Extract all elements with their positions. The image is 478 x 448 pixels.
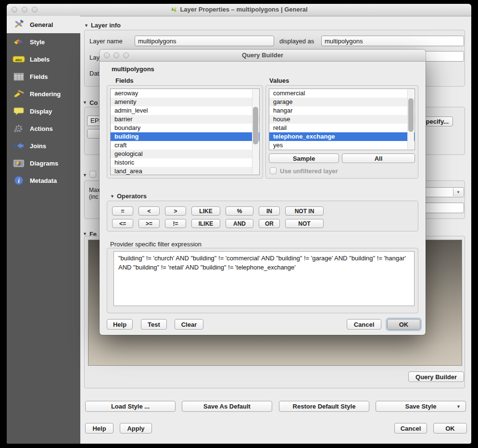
table-icon — [12, 71, 26, 82]
save-as-default-button[interactable]: Save As Default — [182, 401, 272, 412]
operator-button-!=[interactable]: != — [165, 219, 186, 228]
sidebar-item-label: Metadata — [30, 177, 57, 184]
paintbrush-icon — [12, 36, 26, 48]
brush-icon — [12, 88, 26, 100]
operators-row-1: =<>LIKE%INNOT IN — [112, 206, 324, 216]
values-label: Values — [269, 77, 289, 84]
cancel-button[interactable]: Cancel — [347, 319, 381, 330]
operator-button-in[interactable]: IN — [259, 206, 280, 216]
scale-visibility-checkbox[interactable] — [89, 171, 96, 178]
list-item[interactable]: yes — [269, 141, 415, 150]
all-button[interactable]: All — [342, 154, 415, 163]
apply-button[interactable]: Apply — [120, 423, 152, 434]
list-item[interactable]: house — [269, 115, 415, 124]
clear-button[interactable]: Clear — [175, 319, 203, 330]
list-item[interactable]: building — [111, 132, 259, 141]
operators-header[interactable]: ▼Operators — [110, 192, 147, 200]
chevron-down-icon[interactable]: ▼ — [453, 188, 463, 196]
displayed-as-input[interactable] — [321, 36, 464, 46]
scale-visibility-header[interactable]: ▼ — [83, 171, 89, 179]
list-item[interactable]: historic — [111, 158, 259, 167]
sidebar-item-style[interactable]: Style — [7, 33, 80, 51]
collapse-triangle-icon: ▼ — [83, 173, 87, 178]
query-builder-button[interactable]: Query Builder — [408, 371, 464, 382]
operator-button->=[interactable]: >= — [138, 219, 160, 228]
operator-button-<=[interactable]: <= — [112, 219, 133, 228]
filter-expression-label: Provider specific filter expression — [110, 241, 201, 248]
operator-button->[interactable]: > — [165, 206, 186, 216]
operator-button-and[interactable]: AND — [226, 219, 253, 228]
list-item[interactable]: garage — [269, 98, 415, 106]
list-item[interactable]: amenity — [111, 98, 259, 106]
tools-icon — [12, 19, 26, 30]
list-item[interactable]: aeroway — [111, 89, 259, 98]
operator-button-ilike[interactable]: ILIKE — [191, 219, 220, 228]
operator-button-like[interactable]: LIKE — [191, 206, 220, 216]
sample-button[interactable]: Sample — [269, 154, 339, 163]
fields-label: Fields — [115, 77, 134, 84]
operator-button-or[interactable]: OR — [259, 219, 280, 228]
sidebar-item-general[interactable]: General — [7, 16, 80, 33]
restore-default-style-button[interactable]: Restore Default Style — [279, 401, 369, 412]
load-style-button[interactable]: Load Style ... — [85, 401, 176, 412]
svg-text:i: i — [18, 177, 20, 184]
list-item[interactable]: admin_level — [111, 106, 259, 115]
sidebar-item-diagrams[interactable]: Diagrams — [7, 154, 80, 172]
sidebar-item-label: Style — [30, 38, 45, 46]
help-button[interactable]: Help — [107, 319, 133, 330]
use-unfiltered-label: Use unfiltered layer — [280, 167, 338, 175]
list-item[interactable]: telephone_exchange — [269, 132, 415, 141]
dialog-layer-name: multipolygons — [112, 65, 154, 73]
sidebar: GeneralStyleabcLabelsFieldsRenderingDisp… — [7, 16, 80, 444]
list-item[interactable]: geological — [111, 150, 259, 158]
join-arrow-icon — [12, 140, 26, 152]
sidebar-item-actions[interactable]: Actions — [7, 120, 80, 137]
cancel-button[interactable]: Cancel — [394, 423, 427, 434]
ok-button[interactable]: OK — [387, 319, 420, 330]
sidebar-item-joins[interactable]: Joins — [7, 137, 80, 154]
sidebar-item-metadata[interactable]: iMetadata — [7, 172, 80, 189]
scrollbar-thumb[interactable] — [408, 98, 414, 132]
layer-name-input[interactable] — [135, 36, 274, 46]
collapse-triangle-icon: ▼ — [110, 194, 114, 199]
use-unfiltered-checkbox[interactable] — [270, 167, 277, 174]
fields-scrollbar[interactable] — [252, 90, 259, 174]
list-item[interactable]: retail — [269, 124, 415, 132]
sidebar-item-label: Joins — [30, 142, 46, 150]
sidebar-item-display[interactable]: Display — [7, 102, 80, 120]
values-list: commercialgaragehangarhouseretailtelepho… — [269, 89, 415, 150]
displayed-as-label: displayed as — [279, 38, 314, 45]
crs-header[interactable]: ▼Co — [83, 99, 98, 106]
operator-button-not[interactable]: NOT — [285, 219, 324, 228]
layer-name-label: Layer name — [89, 38, 123, 45]
list-item[interactable]: commercial — [269, 89, 415, 98]
list-item[interactable]: craft — [111, 141, 259, 150]
values-scrollbar[interactable] — [407, 90, 414, 149]
sidebar-item-label: Labels — [30, 56, 50, 63]
dialog-titlebar[interactable]: Query Builder — [100, 50, 426, 62]
svg-text:abc: abc — [15, 58, 22, 62]
help-button[interactable]: Help — [85, 423, 113, 434]
sidebar-item-label: Diagrams — [30, 160, 58, 167]
operator-button-<[interactable]: < — [138, 206, 160, 216]
window-titlebar[interactable]: Layer Properties – multipolygons | Gener… — [7, 4, 471, 16]
list-item[interactable]: hangar — [269, 106, 415, 115]
list-item[interactable]: barrier — [111, 115, 259, 124]
operator-button-not-in[interactable]: NOT IN — [285, 206, 324, 216]
ok-button[interactable]: OK — [433, 423, 467, 434]
sidebar-item-label: Rendering — [30, 90, 61, 98]
sidebar-item-label: Fields — [30, 73, 48, 80]
fields-list: aerowayamenityadmin_levelbarrierboundary… — [110, 89, 260, 175]
test-button[interactable]: Test — [141, 319, 167, 330]
sidebar-item-labels[interactable]: abcLabels — [7, 51, 80, 68]
sidebar-item-fields[interactable]: Fields — [7, 68, 80, 85]
scrollbar-thumb[interactable] — [253, 107, 258, 144]
filter-expression-input[interactable]: "building" != 'church' AND "building" !=… — [113, 251, 415, 306]
sidebar-item-rendering[interactable]: Rendering — [7, 85, 80, 102]
operator-button-=[interactable]: = — [112, 206, 133, 216]
list-item[interactable]: boundary — [111, 124, 259, 132]
save-style-button[interactable]: Save Style▼ — [376, 401, 466, 412]
layer-info-header[interactable]: ▼Layer info — [84, 22, 121, 29]
list-item[interactable]: land_area — [111, 167, 259, 175]
operator-button-%[interactable]: % — [226, 206, 253, 216]
